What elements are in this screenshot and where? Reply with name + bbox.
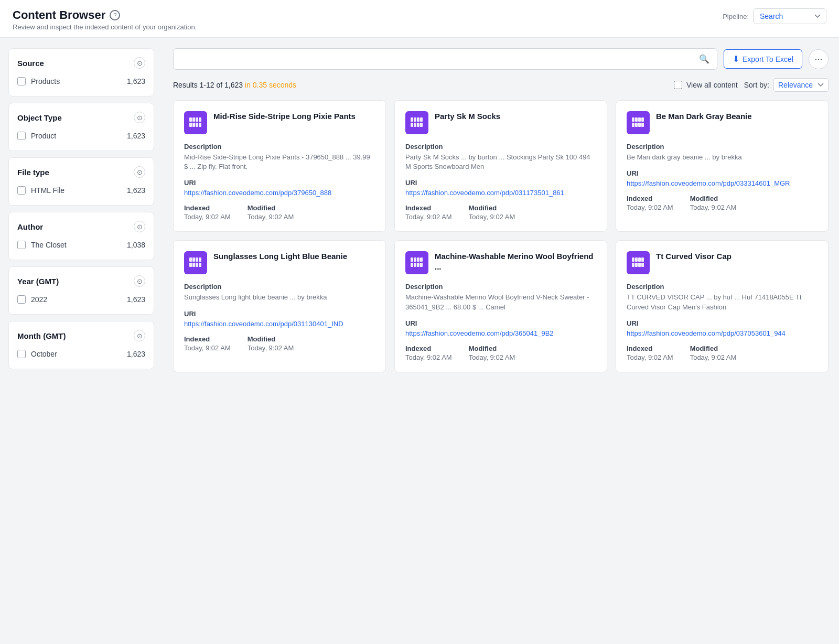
facet-group-year: Year (GMT)⊙20221,623 (8, 266, 154, 315)
modified-label: Modified (248, 204, 294, 212)
modified-value: Today, 9:02 AM (248, 344, 294, 352)
pipeline-select[interactable]: Search (753, 8, 826, 24)
svg-rect-28 (189, 263, 192, 267)
grid-icon (632, 257, 644, 268)
svg-rect-6 (196, 123, 198, 127)
sort-select[interactable]: Relevance (773, 78, 829, 92)
download-icon: ⬇ (733, 54, 739, 64)
description-label: Description (405, 283, 596, 291)
svg-rect-13 (414, 123, 416, 127)
facet-header-year: Year (GMT)⊙ (17, 275, 145, 287)
search-icon: 🔍 (699, 54, 709, 64)
card-title: Be Man Dark Gray Beanie (656, 111, 752, 122)
content-area: 🔍 ⬇ Export To Excel ··· Results 1-12 of … (163, 38, 839, 640)
svg-rect-37 (414, 263, 416, 267)
view-all-checkbox[interactable] (674, 81, 682, 89)
card-header: Tt Curved Visor Cap (627, 251, 818, 274)
card-meta: IndexedToday, 9:02 AMModifiedToday, 9:02… (405, 345, 596, 361)
result-card: Be Man Dark Gray BeanieDescriptionBe Man… (616, 100, 829, 232)
facet-checkbox[interactable] (17, 132, 26, 140)
card-uri-link[interactable]: https://fashion.coveodemo.com/pdp/037053… (627, 329, 818, 337)
facet-item: HTML File1,623 (17, 184, 145, 197)
export-button[interactable]: ⬇ Export To Excel (724, 49, 802, 69)
view-all-row: View all content (674, 81, 738, 89)
uri-label: URI (405, 179, 596, 187)
facet-group-author: Author⊙The Closet1,038 (8, 212, 154, 260)
indexed-meta: IndexedToday, 9:02 AM (184, 204, 231, 221)
card-uri-link[interactable]: https://fashion.coveodemo.com/pdp/031173… (405, 189, 596, 197)
svg-rect-45 (635, 263, 638, 267)
facet-checkbox[interactable] (17, 350, 26, 358)
card-header: Mid-Rise Side-Stripe Long Pixie Pants (184, 111, 375, 134)
sort-label: Sort by: (744, 81, 769, 89)
card-description: Mid-Rise Side-Stripe Long Pixie Pants - … (184, 153, 375, 171)
page-subtitle: Review and inspect the indexed content o… (13, 23, 197, 31)
grid-icon (189, 117, 202, 128)
facet-checkbox[interactable] (17, 241, 26, 249)
modified-label: Modified (690, 195, 737, 202)
card-type-icon (405, 111, 428, 134)
modified-value: Today, 9:02 AM (248, 213, 294, 221)
svg-rect-41 (635, 257, 638, 262)
grid-icon (411, 117, 423, 128)
card-uri-link[interactable]: https://fashion.coveodemo.com/pdp/365041… (405, 329, 596, 337)
sidebar: Source⊙Products1,623Object Type⊙Product1… (0, 38, 163, 640)
search-row: 🔍 ⬇ Export To Excel ··· (173, 48, 829, 70)
more-options-button[interactable]: ··· (809, 49, 829, 69)
indexed-value: Today, 9:02 AM (405, 353, 452, 361)
svg-rect-43 (641, 257, 644, 262)
facet-count: 1,623 (127, 350, 145, 358)
view-all-label: View all content (686, 81, 738, 89)
svg-rect-39 (420, 263, 423, 267)
page-header: Content Browser ? Review and inspect the… (0, 0, 839, 38)
search-input[interactable] (181, 55, 699, 63)
svg-rect-38 (417, 263, 420, 267)
facet-options-icon-year[interactable]: ⊙ (134, 275, 145, 287)
card-type-icon (184, 111, 207, 134)
card-description: Sunglasses Long light blue beanie ... by… (184, 293, 375, 302)
card-title: Tt Curved Visor Cap (656, 251, 732, 262)
facet-checkbox[interactable] (17, 77, 26, 85)
svg-rect-7 (199, 123, 201, 127)
card-meta: IndexedToday, 9:02 AMModifiedToday, 9:02… (627, 345, 818, 361)
facet-options-icon-object-type[interactable]: ⊙ (134, 112, 145, 123)
modified-meta: ModifiedToday, 9:02 AM (469, 345, 515, 361)
card-uri-link[interactable]: https://fashion.coveodemo.com/pdp/379650… (184, 189, 375, 197)
card-uri-link[interactable]: https://fashion.coveodemo.com/pdp/031130… (184, 320, 375, 328)
facet-options-icon-source[interactable]: ⊙ (134, 57, 145, 69)
svg-rect-33 (414, 257, 416, 262)
svg-rect-47 (641, 263, 644, 267)
svg-rect-11 (420, 117, 423, 122)
modified-meta: ModifiedToday, 9:02 AM (248, 204, 294, 221)
sort-row: Sort by: Relevance (744, 78, 829, 92)
card-type-icon (184, 251, 207, 274)
facet-item: Products1,623 (17, 75, 145, 88)
uri-label: URI (627, 169, 818, 177)
facet-options-icon-file-type[interactable]: ⊙ (134, 166, 145, 178)
card-description: Be Man dark gray beanie ... by brekka (627, 153, 818, 162)
facet-options-icon-author[interactable]: ⊙ (134, 221, 145, 232)
card-header: Be Man Dark Gray Beanie (627, 111, 818, 134)
result-card: Tt Curved Visor CapDescriptionTT CURVED … (616, 240, 829, 372)
svg-rect-18 (638, 117, 641, 122)
pipeline-label: Pipeline: (723, 13, 749, 20)
facet-item: October1,623 (17, 348, 145, 360)
svg-rect-36 (411, 263, 413, 267)
facet-checkbox[interactable] (17, 295, 26, 304)
cards-grid: Mid-Rise Side-Stripe Long Pixie PantsDes… (173, 100, 829, 372)
svg-rect-46 (638, 263, 641, 267)
search-box[interactable]: 🔍 (173, 48, 717, 70)
modified-value: Today, 9:02 AM (690, 353, 737, 361)
grid-icon (189, 257, 202, 268)
card-type-icon (627, 251, 650, 274)
svg-rect-30 (196, 263, 198, 267)
card-uri-link[interactable]: https://fashion.coveodemo.com/pdp/033314… (627, 179, 818, 187)
card-title: Mid-Rise Side-Stripe Long Pixie Pants (213, 111, 356, 122)
facet-count: 1,623 (127, 77, 145, 85)
help-icon[interactable]: ? (110, 10, 120, 20)
description-label: Description (184, 143, 375, 151)
facet-options-icon-month[interactable]: ⊙ (134, 330, 145, 341)
facet-checkbox[interactable] (17, 186, 26, 195)
result-card: Party Sk M SocksDescriptionParty Sk M So… (394, 100, 607, 232)
svg-rect-34 (417, 257, 420, 262)
